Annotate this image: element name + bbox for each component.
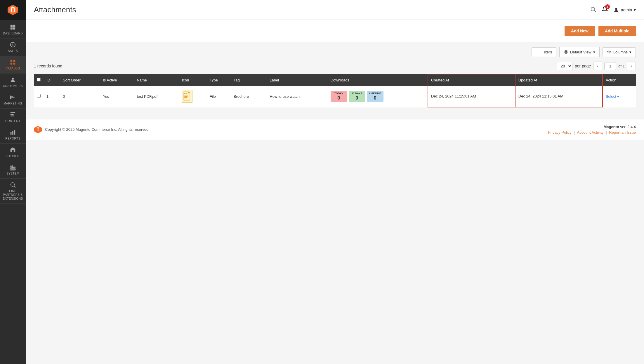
- footer-copyright: Copyright © 2025 Magento Commerce Inc. A…: [45, 127, 150, 132]
- sidebar-item-content[interactable]: CONTENT: [0, 109, 26, 126]
- sidebar: DASHBOARD $ SALES CATALOG CUSTOMERS MARK…: [0, 0, 26, 364]
- user-menu[interactable]: admin ▾: [613, 7, 636, 13]
- th-checkbox: [34, 74, 44, 86]
- notification-count: 1: [605, 4, 610, 9]
- sidebar-item-dashboard[interactable]: DASHBOARD: [0, 21, 26, 39]
- svg-rect-15: [12, 150, 14, 152]
- report-issue-link[interactable]: Report an Issue: [609, 130, 636, 135]
- columns-dropdown-arrow: ▾: [629, 50, 631, 54]
- td-type: File: [207, 86, 231, 107]
- toolbar-row: Filters Default View ▾ Columns ▾: [26, 42, 644, 59]
- per-page-select[interactable]: 20 30 50: [557, 62, 572, 70]
- row-checkbox[interactable]: [37, 94, 41, 98]
- account-activity-link[interactable]: Account Activity: [577, 130, 604, 135]
- svg-line-20: [594, 10, 596, 12]
- th-id: ID: [44, 74, 60, 86]
- page-footer: Copyright © 2025 Magento Commerce Inc. A…: [26, 119, 644, 140]
- prev-page-button[interactable]: ‹: [593, 62, 602, 70]
- per-page-label: per page: [575, 64, 591, 68]
- columns-button[interactable]: Columns ▾: [603, 47, 636, 57]
- badge-lifetime-label: LIFETIME: [369, 92, 381, 95]
- sidebar-item-customers[interactable]: CUSTOMERS: [0, 74, 26, 91]
- records-count: 1 records found: [34, 64, 62, 68]
- view-dropdown-arrow: ▾: [593, 50, 595, 54]
- footer-version-number: ver. 2.4.4: [620, 125, 636, 129]
- sidebar-item-label: DASHBOARD: [3, 32, 23, 35]
- footer-sep-1: |: [574, 130, 576, 135]
- sidebar-item-marketing[interactable]: MARKETING: [0, 91, 26, 109]
- td-tag: Brochure: [231, 86, 267, 107]
- td-id: 1: [44, 86, 60, 107]
- privacy-policy-link[interactable]: Privacy Policy: [548, 130, 572, 135]
- sidebar-item-label: REPORTS: [5, 137, 20, 140]
- svg-point-22: [565, 51, 567, 53]
- action-dropdown-arrow: ▾: [617, 94, 619, 99]
- badge-today-value: 0: [337, 95, 340, 101]
- page-number-input[interactable]: [604, 62, 616, 70]
- gear-icon: [607, 50, 611, 54]
- select-all-checkbox[interactable]: [37, 78, 41, 81]
- default-view-select[interactable]: Default View ▾: [559, 47, 600, 57]
- filters-label: Filters: [542, 50, 552, 54]
- add-new-button[interactable]: Add New: [565, 26, 595, 36]
- sidebar-item-label: SYSTEM: [6, 172, 19, 175]
- svg-rect-13: [12, 131, 13, 135]
- badge-lifetime-value: 0: [374, 95, 376, 101]
- th-updated-at[interactable]: Updated At ↑: [515, 74, 603, 86]
- columns-label: Columns: [613, 50, 628, 54]
- footer-sep-2: |: [606, 130, 608, 135]
- sidebar-logo: [0, 0, 26, 20]
- sidebar-item-find-partners[interactable]: FIND PARTNERS & EXTENSIONS: [0, 179, 26, 204]
- badge-today: TODAY 0: [331, 91, 347, 102]
- sidebar-item-stores[interactable]: STORES: [0, 144, 26, 161]
- add-multiple-button[interactable]: Add Multiple: [598, 26, 636, 36]
- search-icon[interactable]: [590, 6, 596, 14]
- svg-rect-2: [11, 25, 13, 27]
- action-select-link[interactable]: Select ▾: [606, 94, 633, 99]
- svg-line-18: [14, 186, 15, 188]
- page-title: Attachments: [34, 5, 76, 14]
- sidebar-item-label: MARKETING: [4, 102, 22, 105]
- svg-point-19: [591, 7, 595, 11]
- td-is-active: Yes: [100, 86, 134, 107]
- svg-point-8: [12, 78, 14, 80]
- th-created-at[interactable]: Created At: [428, 74, 515, 86]
- footer-links: Privacy Policy | Account Activity | Repo…: [548, 130, 636, 135]
- sidebar-item-reports[interactable]: REPORTS: [0, 126, 26, 144]
- records-row: 1 records found 20 30 50 per page ‹ of 1…: [26, 59, 644, 74]
- sidebar-item-system[interactable]: SYSTEM: [0, 161, 26, 179]
- td-sort-order: 0: [60, 86, 100, 107]
- sort-arrow-updated: ↑: [539, 79, 541, 82]
- of-pages: of 1: [618, 64, 625, 68]
- badge-30days-label: 30 DAYS: [351, 92, 362, 95]
- sidebar-item-label: CUSTOMERS: [3, 84, 23, 88]
- th-is-active: Is Active: [100, 74, 134, 86]
- default-view-label: Default View: [570, 50, 591, 54]
- svg-point-21: [615, 8, 617, 10]
- table-wrapper: ID Sort Order Is Active Name Icon Type T…: [26, 74, 644, 107]
- sidebar-item-label: CATALOG: [6, 67, 20, 70]
- svg-rect-12: [11, 132, 12, 135]
- pdf-icon: PDF: [182, 90, 192, 103]
- page-header: Attachments 1 admin ▾: [26, 0, 644, 20]
- downloads-cell: TODAY 0 30 DAYS 0 LIFETIME 0: [331, 91, 425, 102]
- badge-lifetime: LIFETIME 0: [367, 91, 383, 102]
- td-downloads: TODAY 0 30 DAYS 0 LIFETIME 0: [328, 86, 428, 107]
- next-page-button[interactable]: ›: [627, 62, 636, 70]
- footer-version-label: Magento: [603, 125, 619, 129]
- notification-bell[interactable]: 1: [602, 6, 608, 14]
- svg-text:PDF: PDF: [184, 93, 187, 94]
- sidebar-item-label: SALES: [8, 49, 18, 53]
- footer-logo-icon: [34, 126, 42, 134]
- sidebar-item-sales[interactable]: $ SALES: [0, 39, 26, 56]
- footer-version: Magento ver. 2.4.4: [548, 125, 636, 129]
- sidebar-item-label: CONTENT: [5, 119, 20, 123]
- svg-rect-4: [11, 27, 13, 29]
- svg-rect-28: [184, 97, 187, 98]
- sidebar-item-catalog[interactable]: CATALOG: [0, 56, 26, 74]
- filter-icon: [536, 50, 540, 54]
- eye-icon: [564, 50, 568, 54]
- filters-button[interactable]: Filters: [532, 47, 556, 57]
- svg-rect-14: [14, 130, 15, 135]
- user-name: admin: [621, 8, 632, 12]
